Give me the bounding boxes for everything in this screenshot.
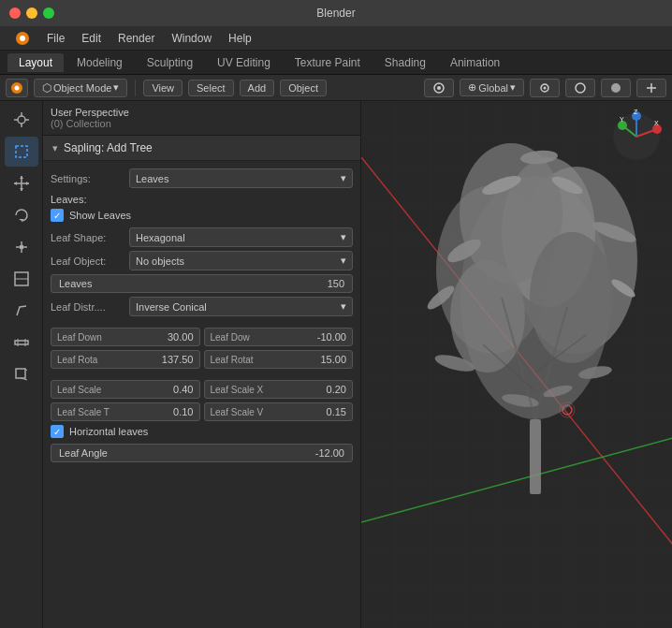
leaf-distr-dropdown[interactable]: Inverse Conical ▾ — [129, 297, 353, 316]
select-menu[interactable]: Select — [188, 80, 234, 96]
transform-dropdown[interactable]: ⊕ Global ▾ — [460, 79, 524, 96]
blender-icon-small[interactable] — [6, 79, 28, 97]
sidebar-icon-rotate[interactable] — [5, 200, 38, 230]
tab-animation[interactable]: Animation — [439, 53, 511, 72]
horizontal-leaves-checkbox[interactable]: ✓ — [51, 425, 64, 438]
leaf-scale-pair: Leaf Scale 0.40 Leaf Scale X 0.20 — [51, 380, 353, 399]
minimize-button[interactable] — [26, 7, 37, 19]
sidebar-icon-select[interactable] — [5, 137, 38, 167]
svg-point-68 — [460, 176, 610, 419]
sidebar-icon-move[interactable] — [5, 168, 38, 198]
tab-shading[interactable]: Shading — [373, 53, 437, 72]
svg-rect-27 — [20, 245, 23, 249]
horizontal-leaves-row: ✓ Horizontal leaves — [51, 425, 353, 438]
menu-file[interactable]: File — [39, 30, 72, 47]
leaves-field[interactable]: Leaves 150 — [51, 274, 353, 293]
leaf-dow-label: Leaf Dow — [211, 332, 250, 343]
settings-dropdown[interactable]: Leaves ▾ — [129, 168, 353, 188]
add-menu[interactable]: Add — [240, 80, 275, 96]
svg-point-70 — [436, 185, 548, 354]
svg-marker-22 — [14, 182, 17, 185]
proportional-edit[interactable] — [565, 79, 595, 97]
leaf-distr-label: Leaf Distr.... — [51, 301, 125, 313]
sidebar-icon-annotate[interactable] — [5, 296, 38, 326]
title-bar: Blender — [0, 0, 672, 26]
leaf-down-value: 30.00 — [168, 331, 194, 343]
leaf-object-dropdown[interactable]: No objects ▾ — [129, 251, 353, 270]
svg-point-79 — [519, 149, 558, 165]
panel-area: User Perspective (0) Collection ▾ Saplin… — [43, 101, 361, 628]
svg-point-80 — [549, 173, 585, 197]
svg-line-64 — [361, 429, 672, 522]
object-menu[interactable]: Object — [280, 80, 327, 96]
maximize-button[interactable] — [43, 7, 54, 19]
main-area: User Perspective (0) Collection ▾ Saplin… — [0, 101, 672, 628]
leaf-down-field[interactable]: Leaf Down 30.00 — [51, 328, 200, 346]
tab-sculpting[interactable]: Sculpting — [136, 53, 204, 72]
svg-point-65 — [562, 405, 572, 415]
snap-button[interactable] — [530, 79, 560, 97]
leaf-scale-field[interactable]: Leaf Scale 0.40 — [51, 380, 200, 399]
navigation-gizmo[interactable]: X Y Z — [608, 109, 665, 165]
leaf-distr-arrow: ▾ — [341, 300, 346, 313]
leaf-rotat-label: Leaf Rotat — [211, 355, 254, 365]
menu-window[interactable]: Window — [164, 30, 219, 47]
svg-line-87 — [535, 307, 567, 419]
workspace-tabs: Layout Modeling Sculpting UV Editing Tex… — [0, 51, 672, 75]
leaf-angle-label: Leaf Angle — [59, 447, 108, 459]
svg-text:X: X — [654, 120, 659, 126]
menu-render[interactable]: Render — [110, 30, 162, 47]
svg-point-9 — [611, 83, 621, 93]
tab-texture-paint[interactable]: Texture Paint — [284, 53, 372, 72]
tab-uv-editing[interactable]: UV Editing — [206, 53, 282, 72]
sidebar-icon-cursor[interactable] — [5, 105, 38, 135]
leaf-rota-value: 137.50 — [162, 354, 194, 365]
show-leaves-checkbox[interactable]: ✓ — [51, 209, 64, 222]
sidebar-icon-add-cube[interactable] — [5, 359, 38, 389]
leaf-scale-x-label: Leaf Scale X — [211, 385, 264, 395]
svg-point-74 — [450, 260, 525, 372]
sidebar-icon-transform[interactable] — [5, 264, 38, 294]
svg-point-3 — [15, 85, 20, 90]
svg-point-66 — [560, 402, 575, 417]
leaf-scale-t-field[interactable]: Leaf Scale T 0.10 — [51, 402, 200, 421]
svg-line-88 — [483, 344, 535, 391]
view-menu[interactable]: View — [143, 80, 183, 96]
gizmo-button[interactable] — [636, 79, 666, 97]
leaf-scale-x-field[interactable]: Leaf Scale X 0.20 — [204, 380, 354, 399]
transform-icon: ⊕ — [468, 81, 476, 94]
menu-edit[interactable]: Edit — [74, 30, 109, 47]
svg-point-7 — [544, 86, 547, 89]
leaf-rotat-field[interactable]: Leaf Rotat 15.00 — [204, 350, 354, 369]
svg-point-85 — [542, 383, 573, 400]
leaf-down-label: Leaf Down — [57, 332, 102, 343]
leaf-object-value: No objects — [136, 256, 184, 267]
leaf-scale-value: 0.40 — [173, 384, 193, 395]
window-controls[interactable] — [9, 7, 54, 19]
svg-point-75 — [445, 235, 485, 267]
viewport-shading[interactable] — [424, 79, 454, 97]
panel-header-sapling[interactable]: ▾ Sapling: Add Tree — [43, 136, 360, 161]
leaf-angle-field[interactable]: Leaf Angle -12.00 — [51, 444, 353, 462]
tab-layout[interactable]: Layout — [7, 53, 64, 72]
leaf-rota-pair: Leaf Rota 137.50 Leaf Rotat 15.00 — [51, 350, 353, 369]
blender-logo[interactable] — [7, 29, 37, 48]
close-button[interactable] — [9, 7, 21, 19]
sidebar-icon-scale[interactable] — [5, 232, 38, 262]
separator-1 — [135, 80, 136, 96]
leaf-shape-dropdown[interactable]: Hexagonal ▾ — [129, 227, 353, 247]
leaf-rota-field[interactable]: Leaf Rota 137.50 — [51, 350, 200, 369]
tab-modeling[interactable]: Modeling — [66, 53, 134, 72]
leaf-dow-field[interactable]: Leaf Dow -10.00 — [204, 328, 354, 346]
leaf-scale-v-field[interactable]: Leaf Scale V 0.15 — [204, 402, 354, 421]
gap-1 — [51, 320, 353, 328]
object-mode-dropdown[interactable]: ⬡ Object Mode ▾ — [34, 79, 127, 97]
leaf-down-pair: Leaf Down 30.00 Leaf Dow -10.00 — [51, 328, 353, 346]
menu-help[interactable]: Help — [221, 30, 259, 47]
sidebar-icon-measure[interactable] — [5, 328, 38, 358]
svg-point-72 — [460, 143, 562, 284]
leaf-scale-v-label: Leaf Scale V — [211, 407, 264, 417]
leaf-scale-t-label: Leaf Scale T — [57, 407, 110, 417]
overlay-button[interactable] — [601, 79, 631, 97]
viewport[interactable]: X Y Z — [361, 101, 672, 628]
